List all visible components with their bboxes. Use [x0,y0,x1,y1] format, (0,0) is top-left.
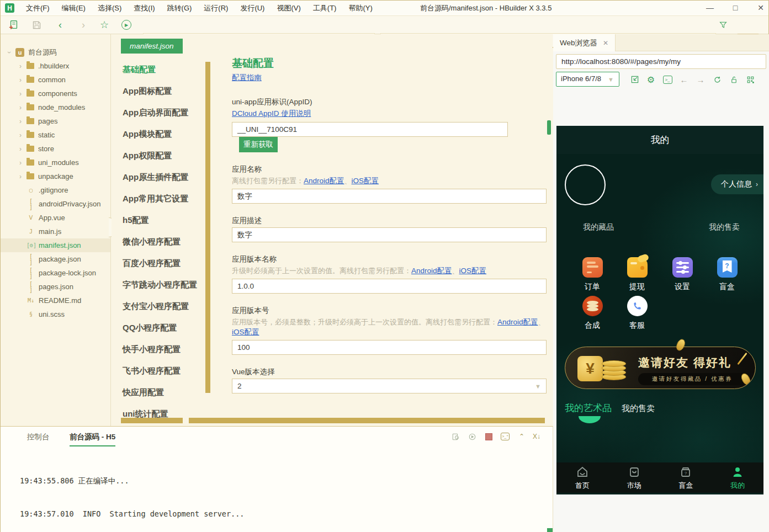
chevron-right-icon[interactable]: › [17,118,24,125]
config-tab-app-permission[interactable]: App权限配置 [123,151,203,167]
android-config-link[interactable]: Android配置 [411,267,452,275]
console-tab-h5[interactable]: 前台源码 - H5 [70,432,115,446]
config-tab-app-icon[interactable]: App图标配置 [123,86,203,103]
tree-folder-uni-modules[interactable]: ›uni_modules [1,156,111,169]
grid-item-settings[interactable]: 设置 [660,257,704,292]
tree-file-gitignore[interactable]: ▢.gitignore [1,183,111,197]
android-config-link[interactable]: Android配置 [304,177,344,185]
chevron-right-icon[interactable]: › [17,76,24,84]
config-guide-link[interactable]: 配置指南 [232,73,262,82]
lock-button[interactable] [728,73,740,86]
save-button[interactable] [30,18,43,31]
config-tab-bytedance[interactable]: 字节跳动小程序配置 [123,280,211,296]
maximize-button[interactable]: □ [723,1,748,16]
config-tab-kuaishou[interactable]: 快手小程序配置 [123,344,203,361]
close-console-button[interactable]: X↓ [531,431,543,442]
config-tab-h5[interactable]: h5配置 [123,215,203,232]
config-tab-qq[interactable]: QQ小程序配置 [123,323,203,339]
editor-vertical-scrollbar[interactable] [205,62,210,393]
run-button[interactable]: ▶ [120,18,133,31]
tree-folder-common[interactable]: ›common [1,73,111,87]
nav-market[interactable]: 市场 [608,462,660,493]
config-tab-app-native-plugin[interactable]: App原生插件配置 [123,172,203,189]
avatar[interactable] [565,164,606,205]
tab-my-sales[interactable]: 我的售卖 [622,403,655,414]
config-tab-basic[interactable]: 基础配置 [123,65,203,81]
url-input[interactable]: http://localhost:8080/#/pages/my/my [556,54,766,69]
tree-file-packagejson[interactable]: [ ]package.json [1,252,111,266]
menu-file[interactable]: 文件(F) [20,1,56,16]
tree-file-readme[interactable]: M↓README.md [1,294,111,307]
device-select[interactable]: iPhone 6/7/8 ▼ [556,72,619,87]
filter-button[interactable] [717,18,730,31]
config-tab-feishu[interactable]: 飞书小程序配置 [123,366,203,382]
tree-folder-static[interactable]: ›static [1,128,111,142]
form-horizontal-scrollbar[interactable] [189,418,545,423]
version-code-input[interactable]: 100 [232,340,547,355]
app-name-input[interactable]: 数字 [232,189,547,204]
nav-blindbox[interactable]: ? 盲盒 [660,462,712,493]
chevron-right-icon[interactable]: › [17,62,24,70]
menu-select[interactable]: 选择(S) [92,1,128,16]
editor-tab-manifest[interactable]: manifest.json [121,39,183,54]
tablist-horizontal-scrollbar[interactable] [121,418,183,423]
nav-forward-button[interactable]: → [694,73,707,86]
chevron-down-icon[interactable]: › [6,49,13,56]
ios-config-link[interactable]: iOS配置 [232,328,259,336]
restart-button[interactable] [466,431,478,442]
grid-item-service[interactable]: 客服 [615,296,659,331]
tree-file-mainjs[interactable]: Jmain.js [1,225,111,238]
new-file-button[interactable] [7,18,20,31]
close-button[interactable]: ✕ [748,1,769,16]
menu-view[interactable]: 视图(V) [271,1,306,16]
menu-tools[interactable]: 工具(T) [307,1,343,16]
refresh-appid-button[interactable]: 重新获取 [239,137,278,152]
tree-folder-unpackage[interactable]: ›unpackage [1,169,111,183]
grid-item-synthesis[interactable]: 合成 [570,296,614,331]
my-sales-link[interactable]: 我的售卖 [709,222,740,232]
devtools-button[interactable]: >_ [661,73,673,86]
tree-file-manifest-selected[interactable]: [⚙]manifest.json [1,238,111,252]
version-name-input[interactable]: 1.0.0 [232,279,547,294]
tree-folder-pages[interactable]: ›pages [1,114,111,128]
chevron-right-icon[interactable]: › [17,159,24,167]
chevron-right-icon[interactable]: › [17,131,24,139]
menu-help[interactable]: 帮助(Y) [342,1,378,16]
tree-folder-node-modules[interactable]: ›node_modules [1,100,111,114]
menu-run[interactable]: 运行(R) [198,1,234,16]
config-tab-weixin[interactable]: 微信小程序配置 [123,237,203,253]
tree-file-androidprivacy[interactable]: [ ]androidPrivacy.json [1,197,111,211]
config-tab-app-launch[interactable]: App启动界面配置 [123,108,203,124]
stop-button[interactable] [482,431,495,442]
my-collection-link[interactable]: 我的藏品 [583,222,614,232]
nav-mine-active[interactable]: 我的 [712,462,763,493]
appid-help-link[interactable]: DCloud AppID 使用说明 [232,109,311,118]
menu-edit[interactable]: 编辑(E) [56,1,92,16]
grid-item-blindbox[interactable]: ? 盲盒 [705,257,749,292]
qr-code-button[interactable] [744,73,756,86]
config-tab-baidu[interactable]: 百度小程序配置 [123,258,203,275]
back-button[interactable]: ‹ [54,18,67,31]
invite-banner[interactable]: ¥ 邀请好友 得好礼 邀请好友得藏品 / 优惠券 [565,347,756,389]
tree-file-packagelock[interactable]: [ ]package-lock.json [1,266,111,280]
appid-input[interactable]: __UNI__7100C91 [232,122,508,137]
minimize-button[interactable]: — [697,1,723,16]
tree-folder-hbuilderx[interactable]: ›.hbuilderx [1,59,111,73]
app-desc-input[interactable]: 数字 [232,227,547,242]
ios-config-link[interactable]: iOS配置 [459,267,487,275]
config-tab-app-other[interactable]: App常用其它设置 [123,194,203,210]
menu-goto[interactable]: 跳转(G) [161,1,198,16]
profile-info-button[interactable]: 个人信息 › [711,174,763,194]
ios-config-link[interactable]: iOS配置 [352,177,379,185]
browser-tab-web[interactable]: Web浏览器 ✕ [553,34,616,51]
grid-item-orders[interactable]: 订单 [570,257,614,292]
tree-file-uniscss[interactable]: §uni.scss [1,307,111,321]
responsive-mode-button[interactable] [629,73,641,86]
chevron-right-icon[interactable]: › [17,173,24,180]
grid-item-withdraw[interactable]: 提现 [615,257,659,292]
new-terminal-button[interactable]: >_⁺ [499,431,511,442]
config-tab-quickapp[interactable]: 快应用配置 [123,387,203,404]
tree-file-appvue[interactable]: ⅤApp.vue [1,211,111,225]
android-config-link[interactable]: Android配置 [497,318,538,326]
forward-button[interactable]: › [77,18,90,31]
